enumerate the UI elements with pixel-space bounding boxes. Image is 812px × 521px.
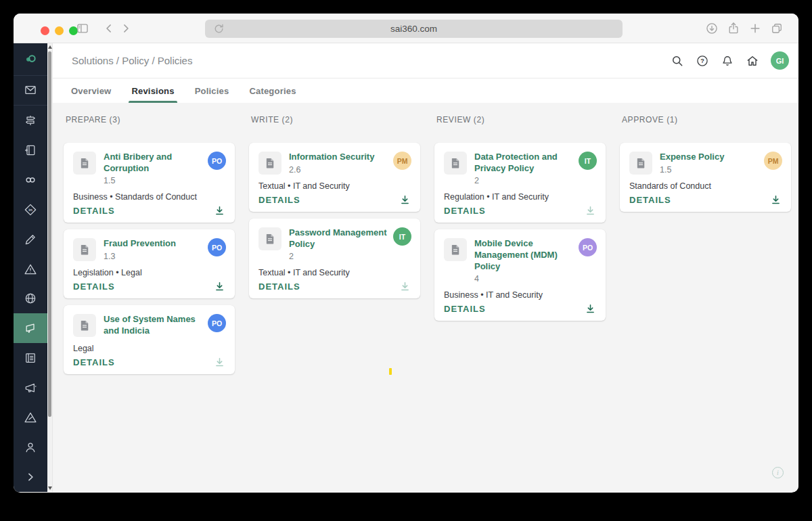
details-link[interactable]: DETAILS	[444, 206, 486, 216]
forward-icon[interactable]	[119, 22, 133, 35]
home-icon[interactable]	[746, 54, 759, 68]
details-link[interactable]: DETAILS	[629, 195, 671, 205]
sai360-logo[interactable]	[14, 43, 47, 76]
megaphone-icon[interactable]	[14, 373, 47, 403]
globe-icon[interactable]	[14, 284, 47, 313]
policy-title[interactable]: Expense Policy	[660, 152, 724, 163]
notifications-icon[interactable]	[721, 54, 734, 68]
search-icon[interactable]	[671, 54, 684, 68]
tab-revisions[interactable]: Revisions	[121, 78, 184, 103]
policy-tags: Business • Standards of Conduct	[73, 192, 225, 202]
person-icon[interactable]	[14, 432, 47, 462]
mail-icon[interactable]	[14, 76, 47, 106]
tab-overview-icon[interactable]	[770, 22, 784, 35]
tab-categories[interactable]: Categories	[239, 78, 306, 103]
policy-card[interactable]: Password Management Policy 2 IT Textual …	[249, 219, 420, 298]
url-text: sai360.com	[390, 24, 437, 34]
policy-title[interactable]: Password Management Policy	[289, 227, 390, 250]
info-icon[interactable]: i	[772, 467, 784, 478]
policy-version: 4	[474, 274, 576, 284]
column-prepare: PREPARE (3) Anti Bribery and Corruption …	[64, 115, 235, 381]
user-avatar[interactable]: GI	[771, 51, 789, 70]
assignee-avatar[interactable]: PM	[393, 152, 411, 170]
close-window-button[interactable]	[41, 26, 49, 35]
breadcrumb: Solutions / Policy / Policies	[72, 55, 192, 66]
download-icon[interactable]	[399, 281, 411, 292]
assignee-avatar[interactable]: PM	[764, 152, 782, 170]
policy-card[interactable]: Expense Policy 1.5 PM Standards of Condu…	[620, 143, 791, 212]
download-icon[interactable]	[214, 357, 225, 368]
policy-title[interactable]: Fraud Prevention	[104, 238, 176, 250]
download-icon[interactable]	[214, 281, 225, 292]
scrollbar-thumb[interactable]	[48, 51, 51, 417]
policy-card[interactable]: Data Protection and Privacy Policy 2 IT …	[434, 143, 606, 223]
expand-sidebar-icon[interactable]	[14, 462, 47, 492]
details-link[interactable]: DETAILS	[73, 357, 115, 367]
column-header: PREPARE (3)	[66, 115, 235, 124]
policy-title[interactable]: Use of System Names and Indicia	[104, 314, 205, 336]
policy-card[interactable]: Use of System Names and Indicia PO Legal…	[64, 305, 235, 374]
signpost-icon[interactable]	[14, 106, 47, 135]
scrollbar[interactable]	[47, 43, 53, 492]
list-icon[interactable]	[14, 343, 47, 373]
details-link[interactable]: DETAILS	[258, 195, 300, 205]
policy-version: 2	[474, 176, 576, 185]
reload-icon[interactable]	[213, 23, 225, 35]
cursor-artifact	[389, 368, 392, 375]
link-icon[interactable]	[14, 165, 47, 195]
details-link[interactable]: DETAILS	[444, 304, 486, 314]
policy-tags: Legal	[73, 344, 225, 353]
policy-title[interactable]: Mobile Device Management (MDM) Policy	[474, 238, 576, 272]
document-icon	[444, 152, 467, 175]
browser-window: sai360.com	[14, 14, 798, 493]
column-approve: APPROVE (1) Expense Policy 1.5 PM Standa…	[620, 115, 791, 381]
policy-card[interactable]: Mobile Device Management (MDM) Policy 4 …	[434, 229, 606, 321]
policy-title[interactable]: Information Security	[289, 152, 374, 163]
svg-text:?: ?	[700, 58, 704, 64]
downloads-icon[interactable]	[705, 22, 719, 35]
details-link[interactable]: DETAILS	[73, 281, 115, 292]
document-icon	[258, 227, 281, 250]
pencil-icon[interactable]	[14, 225, 47, 254]
journal-icon[interactable]	[14, 135, 47, 165]
warning-icon[interactable]	[14, 254, 47, 284]
column-write: WRITE (2) Information Security 2.6 PM Te…	[249, 115, 420, 381]
download-icon[interactable]	[770, 194, 782, 206]
address-bar[interactable]: sai360.com	[205, 20, 623, 38]
help-icon[interactable]: ?	[696, 54, 709, 68]
policy-version: 1.5	[660, 165, 724, 175]
download-icon[interactable]	[399, 194, 411, 206]
sidebar-item-policy[interactable]	[14, 313, 47, 343]
tab-policies[interactable]: Policies	[185, 78, 240, 103]
assignee-avatar[interactable]: IT	[393, 227, 411, 246]
policy-card[interactable]: Fraud Prevention 1.3 PO Legislation • Le…	[64, 229, 235, 298]
policy-version: 2	[289, 252, 390, 261]
policy-title[interactable]: Data Protection and Privacy Policy	[474, 152, 576, 174]
back-icon[interactable]	[102, 22, 116, 35]
document-icon	[73, 314, 96, 337]
policy-title[interactable]: Anti Bribery and Corruption	[104, 152, 205, 174]
diamond-in-icon[interactable]: in	[14, 195, 47, 225]
svg-text:in: in	[28, 207, 32, 212]
download-icon[interactable]	[585, 303, 596, 315]
share-icon[interactable]	[727, 22, 740, 35]
policy-version: 2.6	[289, 165, 374, 175]
scroll-up-arrow[interactable]	[48, 45, 52, 49]
download-icon[interactable]	[585, 205, 596, 217]
details-link[interactable]: DETAILS	[258, 281, 300, 292]
policy-tags: Business • IT and Security	[444, 290, 596, 300]
column-review: REVIEW (2) Data Protection and Privacy P…	[434, 115, 606, 381]
toggle-sidebar-icon[interactable]	[76, 22, 89, 35]
policy-tags: Standards of Conduct	[629, 181, 782, 191]
download-icon[interactable]	[214, 205, 225, 217]
assignee-avatar[interactable]: PO	[208, 152, 226, 170]
new-tab-icon[interactable]	[748, 22, 762, 35]
assignee-avatar[interactable]: IT	[579, 152, 597, 170]
minimize-window-button[interactable]	[55, 26, 64, 35]
warning-alt-icon[interactable]	[14, 403, 47, 432]
policy-card[interactable]: Anti Bribery and Corruption 1.5 PO Busin…	[64, 143, 235, 223]
policy-card[interactable]: Information Security 2.6 PM Textual • IT…	[249, 143, 420, 212]
tab-overview[interactable]: Overview	[61, 78, 121, 103]
details-link[interactable]: DETAILS	[73, 206, 115, 216]
scroll-down-arrow[interactable]	[48, 486, 52, 490]
